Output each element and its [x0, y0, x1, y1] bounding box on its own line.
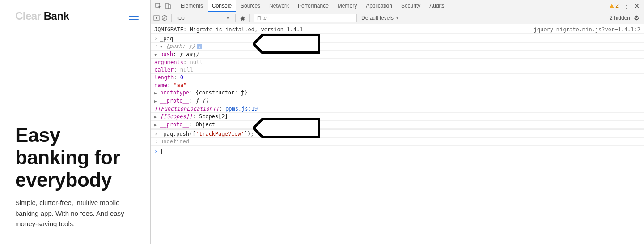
tab-security[interactable]: Security	[397, 0, 425, 12]
output-undefined: undefined	[160, 138, 189, 145]
warning-count: 2	[615, 3, 619, 9]
console-settings-icon[interactable]: ⚙	[634, 14, 640, 21]
prop-value: ƒ aa()	[179, 51, 199, 57]
prop-key: __proto__	[160, 121, 189, 128]
object-property-row: arguments: null	[151, 59, 644, 66]
tab-memory[interactable]: Memory	[333, 0, 361, 12]
logo-word-bank: Bank	[41, 10, 69, 22]
svg-line-5	[163, 16, 166, 20]
prop-key: __proto__	[160, 98, 189, 104]
execution-context-select[interactable]: top ▼	[174, 15, 233, 21]
console-input-row: ›_paq	[151, 35, 644, 43]
console-output: JQMIGRATE: Migrate is installed, version…	[151, 24, 644, 244]
devtools-panel: Elements Console Sources Network Perform…	[151, 0, 644, 244]
output-arrow-icon: ‹	[154, 43, 158, 50]
chevron-down-icon: ▼	[226, 16, 230, 20]
prop-key: [[Scopes]]	[160, 113, 192, 120]
hero-subtitle: Simple, clutter-free, intuitive mobile b…	[15, 197, 135, 229]
toggle-sidebar-icon[interactable]	[153, 15, 161, 21]
levels-label: Default levels	[361, 15, 394, 21]
console-toolbar: top ▼ ◉ Default levels ▼ 2 hidden ⚙	[151, 12, 644, 24]
prop-value: Object	[195, 121, 215, 128]
prop-value: Scopes[2]	[199, 113, 228, 120]
info-badge-icon[interactable]: i	[197, 44, 202, 49]
expand-toggle-icon[interactable]: ▼	[154, 51, 158, 58]
devtools-tabs-bar: Elements Console Sources Network Perform…	[151, 0, 644, 12]
object-preview: {push: ƒ}	[166, 43, 195, 49]
log-levels-select[interactable]: Default levels ▼	[357, 15, 404, 21]
prompt-chevron-icon: ›	[154, 148, 158, 155]
prop-key: push	[160, 51, 173, 57]
chevron-down-icon: ▼	[395, 16, 399, 20]
hidden-count: 2 hidden	[610, 15, 630, 21]
hero-section: Easy banking for everybody Simple, clutt…	[0, 34, 150, 229]
hamburger-menu-icon[interactable]	[129, 13, 139, 20]
expand-toggle-icon[interactable]: ▶	[154, 121, 158, 128]
console-output-row: ‹undefined	[151, 138, 644, 146]
inspect-element-icon[interactable]	[155, 3, 161, 9]
svg-rect-2	[168, 5, 170, 9]
toolbar-right: 2 hidden ⚙	[610, 14, 642, 21]
tabs-right-controls: 2 ⋮ ✕	[610, 0, 644, 12]
text-cursor	[161, 149, 162, 154]
input-text: _paq	[160, 35, 173, 42]
object-property-row[interactable]: ▶prototype: {constructor: ƒ}	[151, 89, 644, 97]
source-link[interactable]: jquery-migrate.min.js?ver=1.4.1:2	[534, 26, 640, 33]
expand-toggle-icon[interactable]: ▶	[154, 113, 158, 120]
prop-value: {constructor: ƒ}	[195, 90, 247, 96]
warning-triangle-icon	[610, 4, 614, 8]
prop-value: 0	[180, 74, 183, 81]
input-text-pre: _paq.push([	[160, 131, 195, 137]
object-property-row: name: "aa"	[151, 81, 644, 89]
expand-toggle-icon[interactable]: ▼	[160, 43, 164, 50]
console-prompt[interactable]: ›	[151, 147, 644, 156]
expand-toggle-icon[interactable]: ▶	[154, 98, 158, 105]
website-panel: Clear Bank Easy banking for everybody Si…	[0, 0, 151, 244]
object-property-row[interactable]: ▶__proto__: ƒ ()	[151, 97, 644, 105]
prop-key: name	[154, 82, 167, 88]
prop-key: length	[154, 74, 174, 81]
warnings-badge[interactable]: 2	[610, 3, 619, 9]
prop-key: [[FunctionLocation]]	[154, 106, 219, 112]
tab-audits[interactable]: Audits	[425, 0, 449, 12]
devtools-close-icon[interactable]: ✕	[634, 2, 640, 10]
site-header: Clear Bank	[0, 0, 150, 34]
object-property-row: [[FunctionLocation]]: ppms.js:19	[151, 105, 644, 113]
tab-list: Elements Console Sources Network Perform…	[176, 0, 449, 12]
hero-title: Easy banking for everybody	[15, 124, 135, 191]
output-arrow-icon: ‹	[154, 138, 158, 145]
input-text-string: 'trackPageView'	[195, 131, 244, 137]
tab-application[interactable]: Application	[361, 0, 397, 12]
prop-key: prototype	[160, 90, 189, 96]
input-chevron-icon: ›	[154, 130, 158, 137]
tab-sources[interactable]: Sources	[236, 0, 265, 12]
input-chevron-icon: ›	[154, 35, 158, 42]
filter-input[interactable]	[254, 14, 357, 22]
log-message: JQMIGRATE: Migrate is installed, version…	[154, 26, 303, 33]
device-toolbar-icon[interactable]	[165, 3, 171, 9]
tab-console[interactable]: Console	[208, 0, 236, 12]
live-expression-icon[interactable]: ◉	[238, 15, 246, 21]
expand-toggle-icon[interactable]: ▶	[154, 90, 158, 97]
object-property-row[interactable]: ▶__proto__: Object	[151, 121, 644, 129]
object-property-row: caller: null	[151, 66, 644, 74]
prop-value: ƒ ()	[195, 98, 208, 104]
devtools-menu-icon[interactable]: ⋮	[623, 2, 629, 9]
app-root: Clear Bank Easy banking for everybody Si…	[0, 0, 644, 244]
object-property-row: length: 0	[151, 74, 644, 81]
object-property-row[interactable]: ▶[[Scopes]]: Scopes[2]	[151, 113, 644, 121]
prop-value: null	[190, 59, 203, 65]
logo-word-clear: Clear	[15, 10, 41, 22]
tab-network[interactable]: Network	[265, 0, 293, 12]
tab-elements[interactable]: Elements	[176, 0, 208, 12]
context-label: top	[177, 15, 185, 21]
prop-value: "aa"	[174, 82, 186, 88]
source-link[interactable]: ppms.js:19	[225, 106, 258, 112]
input-text-post: ]);	[244, 131, 254, 137]
object-property-row[interactable]: ▼push: ƒ aa()	[151, 51, 644, 59]
site-logo[interactable]: Clear Bank	[15, 10, 69, 22]
tab-performance[interactable]: Performance	[293, 0, 333, 12]
clear-console-icon[interactable]	[161, 15, 169, 21]
console-output-row[interactable]: ‹▼{push: ƒ}i	[151, 43, 644, 51]
prop-key: caller	[154, 67, 174, 73]
